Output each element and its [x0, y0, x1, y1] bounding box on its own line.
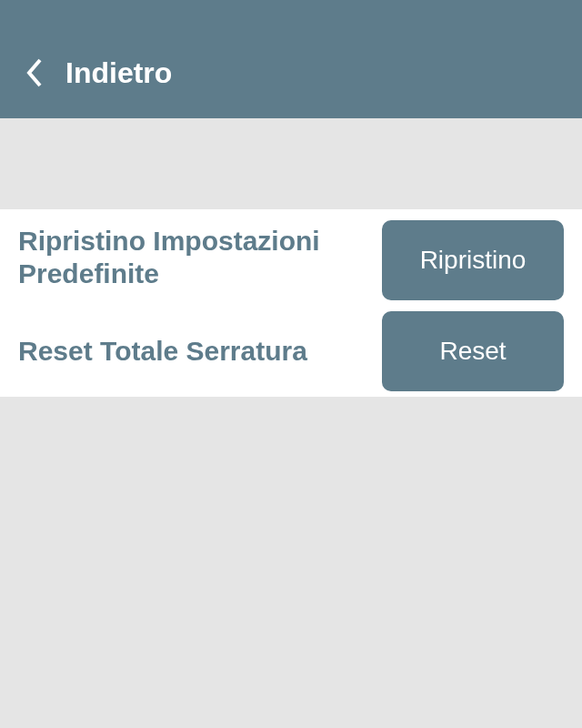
back-chevron-icon[interactable]: [22, 55, 47, 91]
status-bar: [0, 0, 582, 27]
full-reset-label: Reset Totale Serratura: [18, 335, 382, 368]
restore-button[interactable]: Ripristino: [382, 220, 564, 300]
content-gap: [0, 118, 582, 209]
settings-panel: Ripristino Impostazioni Predefinite Ripr…: [0, 209, 582, 397]
header-title[interactable]: Indietro: [65, 56, 172, 90]
restore-defaults-label: Ripristino Impostazioni Predefinite: [18, 225, 382, 290]
restore-defaults-row: Ripristino Impostazioni Predefinite Ripr…: [0, 209, 582, 306]
header-bar: Indietro: [0, 27, 582, 118]
full-reset-row: Reset Totale Serratura Reset: [0, 306, 582, 397]
reset-button[interactable]: Reset: [382, 311, 564, 391]
